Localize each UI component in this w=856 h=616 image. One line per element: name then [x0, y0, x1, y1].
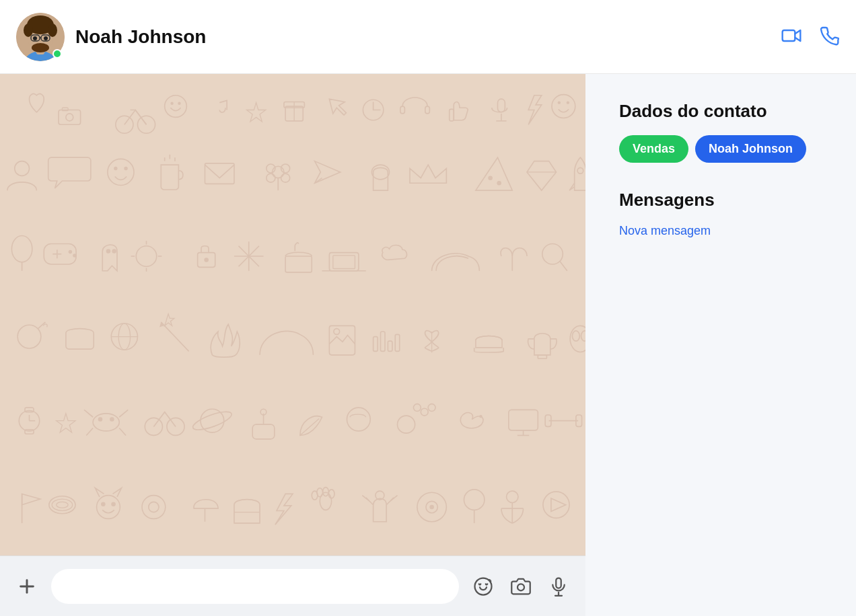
plus-button[interactable] [13, 573, 40, 600]
svg-point-70 [204, 258, 209, 262]
chat-input-bar [0, 555, 585, 616]
online-indicator [52, 49, 62, 59]
svg-point-63 [112, 249, 116, 254]
svg-point-38 [114, 167, 117, 170]
right-panel: Dados do contato Vendas Noah Johnson Men… [585, 74, 856, 616]
svg-point-39 [124, 167, 127, 170]
svg-point-118 [479, 415, 482, 418]
svg-point-52 [488, 176, 493, 180]
svg-point-9 [44, 36, 48, 40]
svg-point-132 [111, 502, 116, 506]
emoji-sticker-button[interactable] [470, 573, 497, 600]
svg-point-60 [69, 250, 72, 254]
message-input-wrapper[interactable] [51, 569, 459, 604]
svg-point-8 [33, 36, 37, 40]
phone-call-button[interactable] [818, 25, 840, 49]
video-call-button[interactable] [781, 25, 802, 49]
header-actions [781, 25, 840, 49]
messages-section: Mensagens Nova mensagem [619, 190, 829, 238]
contact-section-title: Dados do contato [619, 101, 829, 122]
svg-rect-154 [556, 578, 561, 588]
chat-background [0, 74, 585, 555]
messages-section-title: Mensagens [619, 190, 829, 210]
svg-point-103 [98, 417, 103, 422]
message-input[interactable] [65, 580, 445, 592]
svg-point-5 [24, 24, 33, 37]
chat-header: Noah Johnson [0, 0, 856, 74]
tag-noah-johnson[interactable]: Noah Johnson [695, 135, 806, 163]
svg-point-35 [567, 101, 569, 104]
svg-point-7 [32, 43, 49, 52]
tag-vendas[interactable]: Vendas [619, 135, 688, 163]
svg-point-53 [497, 181, 501, 186]
new-message-link[interactable]: Nova mensagem [619, 224, 711, 237]
contact-tags: Vendas Noah Johnson [619, 135, 829, 163]
svg-point-6 [48, 24, 57, 37]
chat-area [0, 74, 585, 616]
main-content: Dados do contato Vendas Noah Johnson Men… [0, 74, 856, 616]
contact-name-header: Noah Johnson [75, 26, 781, 48]
svg-point-131 [101, 502, 106, 506]
camera-button[interactable] [507, 573, 534, 600]
svg-point-61 [73, 254, 76, 257]
svg-point-22 [178, 102, 180, 105]
svg-point-34 [558, 101, 561, 104]
svg-point-152 [475, 578, 492, 594]
svg-rect-14 [0, 74, 585, 555]
svg-point-144 [429, 505, 434, 510]
svg-point-153 [518, 584, 524, 590]
svg-point-62 [106, 249, 111, 254]
svg-point-104 [110, 417, 114, 422]
svg-point-21 [170, 102, 173, 105]
mic-button[interactable] [545, 573, 572, 600]
svg-rect-13 [783, 30, 795, 41]
avatar-wrapper [16, 13, 65, 61]
